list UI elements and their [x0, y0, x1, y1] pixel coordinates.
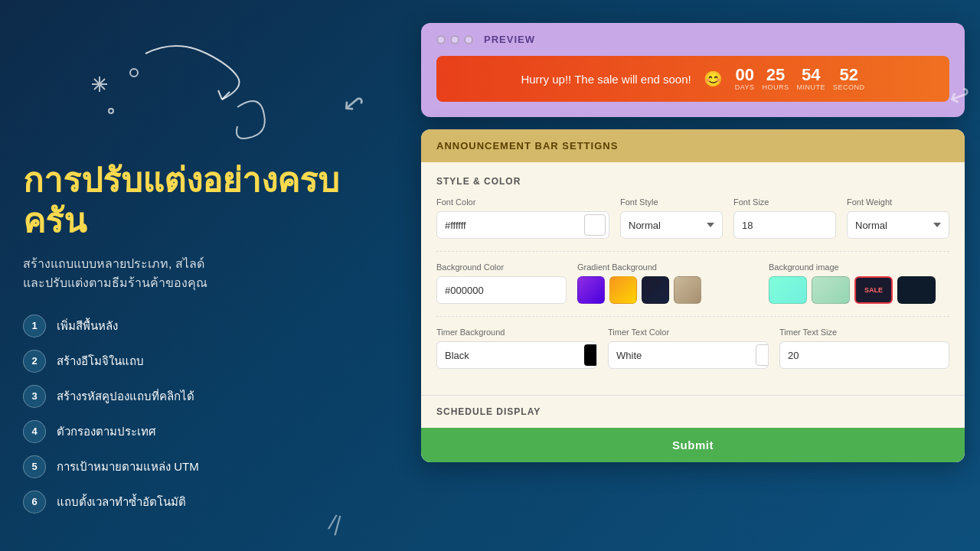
- gradient-bg-group: Gradient Background: [577, 262, 758, 304]
- feature-list: 1 เพิ่มสีพื้นหลัง 2 สร้างอีโมจิในแถบ 3 ส…: [23, 315, 345, 514]
- schedule-label: SCHEDULE DISPLAY: [436, 406, 949, 417]
- font-color-swatch[interactable]: [584, 214, 606, 236]
- left-panel: การปรับแต่งอย่างครบครัน สร้างแถบแบบหลายป…: [23, 31, 345, 526]
- timer-second-label: SECOND: [833, 83, 865, 91]
- feature-text: เพิ่มสีพื้นหลัง: [57, 317, 118, 335]
- settings-header: ANNOUNCEMENT BAR SETTIGNS: [421, 129, 965, 162]
- feature-item: 6 แถบตั้งเวลาทำซ้ำอัตโนมัติ: [23, 491, 345, 514]
- titlebar-dots: [436, 35, 473, 44]
- timer-days-label: DAYS: [735, 83, 755, 91]
- settings-body: STYLE & COLOR Font Color Font Style Norm…: [421, 162, 965, 395]
- feature-item: 2 สร้างอีโมจิในแถบ: [23, 350, 345, 373]
- banner-text: Hurry up!! The sale will end soon!: [521, 73, 691, 86]
- timer-text-color-input[interactable]: [608, 341, 769, 369]
- subtitle: สร้างแถบแบบหลายประเภท, สไลด์และปรับแต่งต…: [23, 254, 345, 293]
- timer-text-size-group: Timer Text Size: [779, 328, 949, 369]
- gradient-bg-label: Gradient Background: [577, 262, 758, 272]
- bg-img-2[interactable]: [812, 276, 850, 304]
- feature-item: 1 เพิ่มสีพื้นหลัง: [23, 315, 345, 337]
- gradient-swatches: [577, 276, 758, 304]
- font-color-label: Font Color: [436, 197, 609, 207]
- font-style-select[interactable]: Normal Italic Bold: [620, 211, 723, 239]
- dot-3: [464, 35, 473, 44]
- bg-color-group: Background Color: [436, 262, 567, 304]
- feature-text: สร้างอีโมจิในแถบ: [57, 352, 144, 370]
- timer-bg-text[interactable]: [437, 350, 581, 361]
- feature-num: 1: [23, 315, 46, 337]
- timer-minute-label: MINUTE: [797, 83, 826, 91]
- font-color-text[interactable]: [437, 220, 581, 231]
- right-panel: PREVIEW Hurry up!! The sale will end soo…: [421, 23, 965, 462]
- bg-img-3[interactable]: SALE: [854, 276, 893, 304]
- bg-color-text[interactable]: [437, 285, 567, 296]
- form-row-2: Background Color Gradient Background: [436, 262, 949, 304]
- timer-text-size-input[interactable]: [779, 341, 949, 369]
- timer-hours: 25 HOURS: [763, 67, 789, 91]
- feature-item: 5 การเป้าหมายตามแหล่ง UTM: [23, 455, 345, 478]
- timer-text-size-label: Timer Text Size: [779, 328, 949, 337]
- style-section-title: STYLE & COLOR: [436, 176, 949, 187]
- timer-text-color-group: Timer Text Color: [608, 328, 769, 369]
- feature-num: 4: [23, 420, 46, 443]
- preview-window: PREVIEW Hurry up!! The sale will end soo…: [421, 23, 965, 117]
- timer-minute: 54 MINUTE: [797, 67, 826, 91]
- timer-days-value: 00: [735, 67, 755, 83]
- bg-color-input[interactable]: [436, 276, 567, 304]
- gradient-swatch-3[interactable]: [642, 276, 669, 304]
- timer-second: 52 SECOND: [833, 67, 865, 91]
- timer-text-color-label: Timer Text Color: [608, 328, 769, 337]
- bg-img-1[interactable]: [769, 276, 807, 304]
- font-size-group: Font Size: [733, 197, 836, 239]
- font-weight-label: Font Weight: [847, 197, 949, 207]
- timer-bg-input[interactable]: [436, 341, 597, 369]
- svg-point-4: [130, 69, 138, 77]
- timer-days: 00 DAYS: [735, 67, 755, 91]
- feature-num: 2: [23, 350, 46, 373]
- bg-image-group: Background image SALE: [769, 262, 949, 304]
- gradient-swatch-2[interactable]: [609, 276, 637, 304]
- font-size-input[interactable]: [733, 211, 836, 239]
- timer-hours-value: 25: [763, 67, 789, 83]
- timer-hours-label: HOURS: [763, 83, 789, 91]
- bg-img-4[interactable]: [897, 276, 936, 304]
- dot-2: [450, 35, 459, 44]
- timer-text-color-swatch[interactable]: [756, 344, 769, 366]
- feature-text: สร้างรหัสคูปองแถบที่คลิกได้: [57, 387, 194, 406]
- announcement-banner: Hurry up!! The sale will end soon! 😊 00 …: [436, 56, 949, 102]
- bg-image-label: Background image: [769, 262, 949, 272]
- timer-bg-group: Timer Background: [436, 328, 597, 369]
- submit-button[interactable]: Submit: [421, 428, 965, 462]
- dot-1: [436, 35, 446, 44]
- gradient-swatch-1[interactable]: [577, 276, 605, 304]
- timer-text-color-text[interactable]: [609, 350, 753, 361]
- schedule-section: SCHEDULE DISPLAY: [421, 395, 965, 417]
- form-row-1: Font Color Font Style Normal Italic Bold: [436, 197, 949, 239]
- feature-item: 4 ตัวกรองตามประเทศ: [23, 420, 345, 443]
- font-weight-group: Font Weight Normal Bold Light: [847, 197, 949, 239]
- timer-minute-value: 54: [797, 67, 826, 83]
- preview-titlebar: PREVIEW: [436, 34, 949, 45]
- timer-second-value: 52: [833, 67, 865, 83]
- font-size-label: Font Size: [733, 197, 836, 207]
- main-title: การปรับแต่งอย่างครบครัน: [23, 161, 345, 242]
- bg-color-label: Background Color: [436, 262, 567, 272]
- feature-text: ตัวกรองตามประเทศ: [57, 422, 156, 441]
- font-style-label: Font Style: [620, 197, 723, 207]
- timer-bg-label: Timer Background: [436, 328, 597, 337]
- gradient-swatch-4[interactable]: [674, 276, 701, 304]
- preview-label: PREVIEW: [484, 34, 535, 45]
- feature-num: 3: [23, 385, 46, 408]
- banner-emoji: 😊: [704, 70, 723, 88]
- settings-panel: ANNOUNCEMENT BAR SETTIGNS STYLE & COLOR …: [421, 129, 965, 462]
- timer-bg-swatch[interactable]: [584, 344, 597, 366]
- feature-item: 3 สร้างรหัสคูปองแถบที่คลิกได้: [23, 385, 345, 408]
- feature-text: การเป้าหมายตามแหล่ง UTM: [57, 458, 199, 476]
- form-row-3: Timer Background Timer Text Color Timer …: [436, 328, 949, 369]
- font-color-input[interactable]: [436, 211, 609, 239]
- font-weight-select[interactable]: Normal Bold Light: [847, 211, 949, 239]
- feature-num: 6: [23, 491, 46, 514]
- bg-images: SALE: [769, 276, 949, 304]
- feature-text: แถบตั้งเวลาทำซ้ำอัตโนมัติ: [57, 493, 186, 511]
- font-style-group: Font Style Normal Italic Bold: [620, 197, 723, 239]
- feature-num: 5: [23, 455, 46, 478]
